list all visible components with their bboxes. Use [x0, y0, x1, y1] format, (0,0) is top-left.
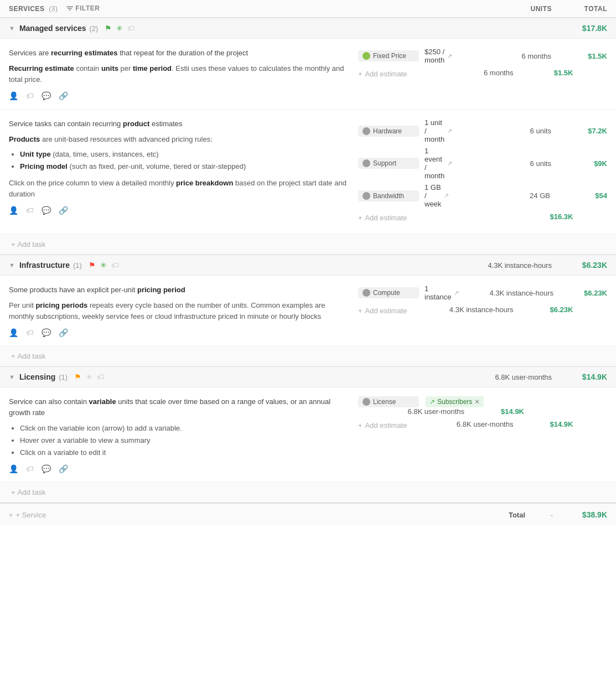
task-icons-4: 👤 🏷 💬 🔗 — [9, 464, 347, 473]
add-total-4: $14.9K — [517, 420, 573, 428]
filter-button[interactable]: Filter — [66, 4, 100, 12]
task-left-1: Services are recurring estimates that re… — [9, 48, 358, 100]
comment-icon-4[interactable]: 💬 — [42, 464, 51, 473]
value-arrow-2b[interactable]: ↗ — [447, 160, 452, 167]
link-icon-4[interactable]: 🔗 — [59, 464, 68, 473]
support-badge[interactable]: Support — [358, 158, 419, 169]
value-arrow-2c[interactable]: ↗ — [444, 192, 449, 199]
subscriber-close-icon[interactable]: ✕ — [474, 398, 480, 406]
chevron-icon-infra[interactable]: ▼ — [9, 262, 15, 268]
tag-icon-2[interactable]: 🏷 — [26, 206, 34, 215]
hardware-badge[interactable]: Hardware — [358, 126, 419, 137]
subscriber-label: Subscribers — [437, 398, 472, 406]
task-icons-1: 👤 🏷 💬 🔗 — [9, 91, 347, 100]
comment-icon-3[interactable]: 💬 — [42, 328, 51, 337]
tag-icon-infra[interactable]: 🏷 — [111, 261, 119, 270]
add-estimate-4[interactable]: + Add estimate — [358, 421, 407, 429]
estimate-units-2b: 6 units — [452, 159, 556, 168]
tag-icon[interactable]: 🏷 — [127, 24, 135, 33]
chevron-icon[interactable]: ▼ — [9, 25, 15, 32]
comment-icon-2[interactable]: 💬 — [42, 206, 51, 215]
task-desc-2: Service tasks can contain recurring prod… — [9, 118, 347, 130]
flag-icon-green[interactable]: ⚑ — [105, 24, 112, 33]
add-task-label-infra: Add task — [18, 352, 46, 360]
task-row-4: Service can also contain variable units … — [0, 387, 616, 483]
badge-label-license: License — [373, 398, 396, 406]
add-estimate-label-3: Add estimate — [365, 307, 407, 315]
section-icons-lic: ⚑ ✳ 🏷 — [74, 372, 441, 381]
task-desc-4: Service can also contain variable units … — [9, 396, 347, 418]
section-units-lic: 6.8K user-months — [441, 373, 552, 381]
add-task-infra[interactable]: + Add task — [0, 346, 616, 366]
tag-icon-4[interactable]: 🏷 — [26, 464, 34, 473]
bullet-2b: Pricing model (such as fixed, per-unit, … — [20, 161, 347, 173]
plus-icon-4: + — [358, 421, 363, 429]
value-arrow-3a[interactable]: ↗ — [454, 289, 459, 297]
star-icon-gray-lic[interactable]: ✳ — [86, 372, 92, 381]
plus-icon-1: + — [358, 70, 363, 78]
bandwidth-badge[interactable]: Bandwidth — [358, 190, 419, 201]
add-estimate-1[interactable]: + Add estimate — [358, 70, 407, 78]
link-icon-2[interactable]: 🔗 — [59, 206, 68, 215]
estimate-total-2a: $7.2K — [556, 127, 607, 135]
person-icon-4[interactable]: 👤 — [9, 464, 18, 473]
section-total-lic: $14.9K — [552, 372, 607, 381]
task-desc-1: Services are recurring estimates that re… — [9, 48, 347, 59]
add-total-3: $6.23K — [517, 306, 573, 314]
person-icon[interactable]: 👤 — [9, 91, 18, 100]
estimate-value-2b: 1 event / month ↗ — [425, 147, 452, 180]
value-text-2c: 1 GB / week — [425, 183, 441, 208]
flag-icon-red-infra[interactable]: ⚑ — [89, 261, 96, 270]
plus-icon-2: + — [358, 214, 363, 222]
section-icons-infra: ⚑ ✳ 🏷 — [89, 261, 441, 270]
estimate-value-2c: 1 GB / week ↗ — [425, 183, 449, 208]
badge-label-hardware: Hardware — [373, 127, 402, 135]
estimate-row-2a: Hardware 1 unit / month ↗ 6 units $7.2K — [358, 118, 607, 143]
add-total-1: $1.5K — [517, 69, 573, 77]
estimate-row-4b: + Add estimate 6.8K user-months $14.9K — [358, 419, 607, 429]
estimate-value-1a: $250 / month ↗ — [425, 48, 452, 64]
person-icon-3[interactable]: 👤 — [9, 328, 18, 337]
footer-total-label: Total — [419, 511, 530, 519]
section-units-infra: 4.3K instance-hours — [441, 261, 552, 270]
tag-icon-lic[interactable]: 🏷 — [97, 372, 105, 381]
value-arrow-2a[interactable]: ↗ — [447, 127, 452, 134]
subscriber-tag[interactable]: ↗ Subscribers ✕ — [426, 396, 484, 407]
estimate-total-4a: $14.9K — [469, 407, 524, 416]
bullet-4b: Hover over a variable to view a summary — [20, 434, 347, 447]
add-task-managed[interactable]: + Add task — [0, 235, 616, 255]
tag-icon-3[interactable]: 🏷 — [26, 328, 34, 337]
link-icon[interactable]: 🔗 — [59, 91, 68, 100]
compute-badge[interactable]: Compute — [358, 287, 419, 298]
add-service-button[interactable]: + + Service — [9, 511, 419, 519]
plus-icon-service: + — [9, 511, 13, 519]
task-right-1: Fixed Price $250 / month ↗ 6 months $1.5… — [358, 48, 607, 100]
value-text-1a: $250 / month — [425, 48, 444, 64]
fixed-price-badge[interactable]: Fixed Price — [358, 50, 419, 61]
license-badge[interactable]: License — [358, 396, 419, 407]
add-total-2: $16.3K — [517, 213, 573, 221]
value-text-2a: 1 unit / month — [425, 118, 444, 143]
task-bullets-4: Click on the variable icon (arrow) to ad… — [20, 422, 347, 459]
add-estimate-2[interactable]: + Add estimate — [358, 214, 407, 222]
add-estimate-3[interactable]: + Add estimate — [358, 307, 407, 315]
task-desc-3: Some products have an explicit per-unit … — [9, 284, 347, 296]
star-icon-infra[interactable]: ✳ — [100, 261, 107, 270]
chevron-icon-lic[interactable]: ▼ — [9, 374, 15, 380]
star-icon-green[interactable]: ✳ — [116, 24, 123, 33]
value-text-3a: 1 instance — [425, 284, 451, 301]
units-col-header: UNITS — [441, 5, 552, 13]
section-name-infra: Infrastructure — [19, 261, 70, 270]
flag-icon-orange-lic[interactable]: ⚑ — [74, 372, 81, 381]
person-icon-2[interactable]: 👤 — [9, 206, 18, 215]
estimate-row-2b: Support 1 event / month ↗ 6 units $9K — [358, 147, 607, 180]
add-task-lic[interactable]: + Add task — [0, 483, 616, 503]
table-header: SERVICES (3) Filter UNITS TOTAL — [0, 0, 616, 18]
link-icon-3[interactable]: 🔗 — [59, 328, 68, 337]
task-bullets-2: Unit type (data, time, users, instances,… — [20, 148, 347, 173]
value-arrow-1a[interactable]: ↗ — [447, 53, 452, 60]
subscriber-arrow-icon: ↗ — [429, 398, 435, 406]
tag-icon-small[interactable]: 🏷 — [26, 91, 34, 100]
estimate-row-4a: License ↗ Subscribers ✕ 6.8K user-months… — [358, 396, 607, 416]
comment-icon[interactable]: 💬 — [42, 91, 51, 100]
